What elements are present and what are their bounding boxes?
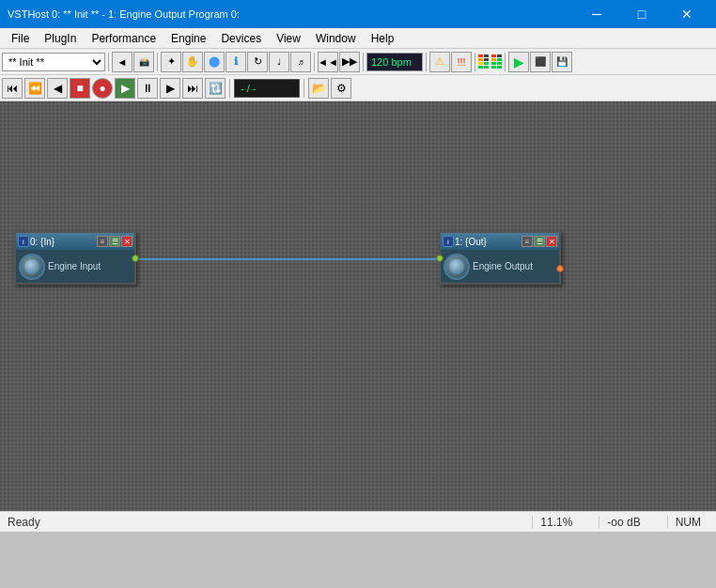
tb-capture[interactable]: 📸 xyxy=(133,52,154,72)
menu-devices[interactable]: Devices xyxy=(213,28,269,49)
menu-engine[interactable]: Engine xyxy=(163,28,213,49)
output-plugin-icon-inner xyxy=(449,259,464,274)
tb2-toend[interactable]: ⏭ xyxy=(182,78,203,99)
separator4 xyxy=(363,53,364,71)
output-connector-right[interactable] xyxy=(556,265,564,272)
output-node-id: 1: {Out} xyxy=(455,237,521,247)
tb-midi2[interactable]: ♬ xyxy=(290,52,311,72)
input-props-btn[interactable]: ☰ xyxy=(109,236,120,247)
tb2-prev[interactable]: ⏪ xyxy=(24,78,45,99)
main-canvas[interactable]: i 0: {In} ≡ ☰ ✕ Engine Input i 1: {Out} … xyxy=(0,101,716,511)
input-node-icon: i xyxy=(18,236,29,247)
tb2-stepfwd[interactable]: ▶ xyxy=(160,78,180,99)
vu-meter-right xyxy=(491,54,502,69)
output-node-icon: i xyxy=(443,236,454,247)
status-bar: Ready 11.1% -oo dB NUM xyxy=(0,511,716,532)
input-plugin-icon-inner xyxy=(24,259,39,274)
output-connector-in[interactable] xyxy=(436,255,444,262)
tb-pointer[interactable]: ✦ xyxy=(161,52,181,72)
tb-midi1[interactable]: ♩ xyxy=(269,52,289,72)
separator6 xyxy=(475,53,475,71)
input-connector-out[interactable] xyxy=(132,255,139,262)
menu-plugin[interactable]: PlugIn xyxy=(37,28,84,49)
tb2-tostart[interactable]: ⏮ xyxy=(2,78,23,99)
separator3 xyxy=(314,53,315,71)
tb-info[interactable]: ℹ xyxy=(226,52,246,72)
output-plugin-name: Engine Output xyxy=(473,261,533,271)
output-close-btn[interactable]: ✕ xyxy=(546,236,557,247)
input-plugin-icon xyxy=(19,254,45,280)
menu-help[interactable]: Help xyxy=(364,28,402,49)
output-node-titlebar: i 1: {Out} ≡ ☰ ✕ xyxy=(441,233,559,250)
tb-loop[interactable]: ↻ xyxy=(247,52,268,72)
tb-play-green[interactable]: ▶ xyxy=(508,52,529,72)
status-numlock: NUM xyxy=(667,516,708,529)
tb-prev-preset[interactable]: ◄ xyxy=(112,52,132,72)
input-node-body: Engine Input xyxy=(16,250,134,283)
close-button[interactable]: ✕ xyxy=(665,0,708,28)
tb-rew[interactable]: ◄◄ xyxy=(318,52,338,72)
menu-bar: File PlugIn Performance Engine Devices V… xyxy=(0,28,716,49)
status-right: 11.1% -oo dB NUM xyxy=(532,516,708,529)
separator5 xyxy=(426,53,427,71)
maximize-button[interactable]: □ xyxy=(620,0,663,28)
input-node-id: 0: {In} xyxy=(30,237,96,247)
engine-output-node[interactable]: i 1: {Out} ≡ ☰ ✕ Engine Output xyxy=(439,231,561,285)
tb2-settings2[interactable]: ⚙ xyxy=(331,78,351,99)
separator2 xyxy=(157,53,158,71)
tb2-record[interactable]: ● xyxy=(92,78,113,99)
separator1 xyxy=(108,53,109,71)
separator7 xyxy=(505,53,506,71)
output-node-body: Engine Output xyxy=(441,250,559,283)
vu-meter-left xyxy=(478,54,489,69)
status-db: -oo dB xyxy=(599,516,647,529)
input-node-titlebar: i 0: {In} ≡ ☰ ✕ xyxy=(16,233,134,250)
output-props-btn[interactable]: ☰ xyxy=(534,236,545,247)
input-plugin-name: Engine Input xyxy=(48,261,101,271)
status-ready: Ready xyxy=(8,516,40,529)
tb-alert[interactable]: ⚠ xyxy=(429,52,450,72)
tb2-sep2 xyxy=(304,79,304,98)
tb-pan[interactable]: ✋ xyxy=(182,52,203,72)
tb2-loop[interactable]: 🔃 xyxy=(205,78,226,99)
title-bar-controls: ─ □ ✕ xyxy=(575,0,708,28)
preset-select[interactable]: ** Init ** xyxy=(2,53,105,71)
menu-window[interactable]: Window xyxy=(308,28,364,49)
bpm-display: 120 bpm xyxy=(366,53,423,71)
menu-performance[interactable]: Performance xyxy=(84,28,163,49)
tb2-stepback[interactable]: ◀ xyxy=(47,78,68,99)
tb-rec[interactable]: ⬛ xyxy=(530,52,551,72)
menu-view[interactable]: View xyxy=(269,28,308,49)
engine-input-node[interactable]: i 0: {In} ≡ ☰ ✕ Engine Input xyxy=(14,231,136,285)
tb2-stop[interactable]: ■ xyxy=(70,78,90,99)
tb-fwd[interactable]: ▶▶ xyxy=(339,52,360,72)
output-plugin-icon xyxy=(444,254,470,280)
toolbar1: ** Init ** ◄ 📸 ✦ ✋ ⬤ ℹ ↻ ♩ ♬ ◄◄ ▶▶ 120 b… xyxy=(0,49,716,75)
tb-save[interactable]: 💾 xyxy=(552,52,572,72)
toolbar2: ⏮ ⏪ ◀ ■ ● ▶ ⏸ ▶ ⏭ 🔃 - / - 📂 ⚙ xyxy=(0,75,716,101)
output-settings-btn[interactable]: ≡ xyxy=(521,236,533,247)
status-cpu: 11.1% xyxy=(532,516,580,529)
title-bar: VSTHost 0: ** Init ** - 1: Engine Output… xyxy=(0,0,716,28)
tb2-pause[interactable]: ⏸ xyxy=(137,78,158,99)
position-display: - / - xyxy=(234,79,300,98)
title-text: VSTHost 0: ** Init ** - 1: Engine Output… xyxy=(8,8,240,20)
menu-file[interactable]: File xyxy=(4,28,37,49)
input-settings-btn[interactable]: ≡ xyxy=(97,236,108,247)
input-close-btn[interactable]: ✕ xyxy=(121,236,132,247)
tb2-folder[interactable]: 📂 xyxy=(308,78,329,99)
tb2-play[interactable]: ▶ xyxy=(115,78,135,99)
minimize-button[interactable]: ─ xyxy=(575,0,618,28)
tb2-sep1 xyxy=(229,79,230,98)
connection-svg xyxy=(0,101,716,511)
tb-alert2[interactable]: !!! xyxy=(451,52,472,72)
tb-connect[interactable]: ⬤ xyxy=(204,52,225,72)
